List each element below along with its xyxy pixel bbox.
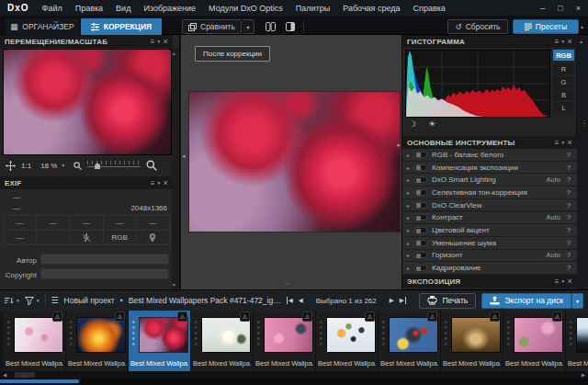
filmstrip-item[interactable]: ★★★★★ ⚠ Best Mixed Wallpa... — [503, 311, 566, 371]
expand-arrow-icon[interactable]: ▸ — [407, 227, 410, 233]
tool-row-white-balance[interactable]: ▸ RGB - баланс белого ? — [402, 149, 577, 162]
tab-correction[interactable]: КОРРЕКЦИЯ — [81, 18, 162, 35]
expand-arrow-icon[interactable]: ▸ — [407, 265, 410, 271]
menu-item-workspace[interactable]: Рабочая среда — [343, 4, 400, 13]
tool-toggle[interactable] — [414, 214, 427, 221]
filmstrip-scroll-thumb[interactable] — [0, 379, 79, 383]
rating-stars[interactable]: ★★★★★ — [256, 319, 262, 346]
expand-arrow-icon[interactable]: ▸ — [407, 214, 410, 221]
panel-close-icon[interactable]: × — [164, 178, 168, 187]
export-dropdown[interactable]: ▾ — [571, 293, 583, 309]
help-button[interactable]: ? — [565, 264, 572, 272]
minimize-button[interactable]: – — [540, 4, 545, 13]
collapse-right-panel-handle[interactable]: ▸ — [397, 142, 401, 149]
tool-row-selective-tone[interactable]: ▸ Селективная тон-коррекция ? — [402, 187, 577, 199]
highlight-clipping-sun-icon[interactable]: ☀ — [428, 119, 435, 129]
right-panel-scrollbar[interactable]: ▴ ⋮ — [577, 35, 588, 289]
scroll-up-icon[interactable]: ▴ — [580, 38, 582, 44]
next-image-button[interactable]: ▶ — [390, 297, 394, 304]
project-list-icon[interactable]: ☰ — [51, 296, 59, 305]
collection-name[interactable]: Best Mixed Wallpapers Pack #471-472_igor… — [129, 296, 281, 305]
rating-stars[interactable]: ★★★★★ — [381, 319, 387, 346]
zoom-in-icon[interactable] — [146, 160, 157, 171]
help-button[interactable]: ? — [565, 176, 572, 184]
copyright-input[interactable] — [40, 268, 169, 279]
filter-button[interactable] — [25, 297, 34, 305]
filmstrip-item[interactable]: ★★★★★ ⚠ Best Mixed Wallpa... — [191, 311, 254, 371]
compare-dropdown[interactable]: ▾ — [243, 19, 254, 34]
tool-toggle[interactable] — [414, 189, 427, 196]
chevron-down-icon[interactable]: ▾ — [37, 298, 40, 303]
expand-arrow-icon[interactable]: ▸ — [407, 189, 410, 196]
split-view-button[interactable] — [283, 20, 298, 33]
tool-toggle[interactable] — [414, 240, 427, 246]
channel-button-b[interactable]: B — [553, 89, 574, 100]
thumbnail-size-handle[interactable]: ⋯ — [15, 372, 35, 378]
chevron-down-icon[interactable]: ▾ — [562, 39, 565, 44]
export-to-disk-button[interactable]: Экспорт на диск — [481, 293, 571, 309]
rating-stars[interactable]: ★★★★★ — [319, 319, 324, 346]
rating-stars[interactable]: ★★★★★ — [444, 319, 449, 346]
scroll-left-icon[interactable]: ◀ — [3, 372, 6, 378]
previous-image-button[interactable]: ◀ — [299, 297, 303, 304]
tool-toggle[interactable] — [414, 164, 427, 171]
menu-item-modules[interactable]: Модули DxO Optics — [209, 4, 283, 13]
expand-arrow-icon[interactable]: ▸ — [407, 240, 410, 246]
help-button[interactable]: ? — [565, 213, 572, 221]
compare-button[interactable]: Сравнить — [182, 19, 242, 34]
author-input[interactable] — [40, 254, 169, 265]
close-button[interactable]: × — [576, 4, 581, 13]
expand-arrow-icon[interactable]: ▸ — [407, 252, 410, 258]
auto-badge[interactable]: Auto — [547, 213, 560, 221]
panel-menu-icon[interactable]: ≡ — [555, 38, 560, 46]
panel-close-icon[interactable]: × — [568, 37, 572, 46]
scroll-right-icon[interactable]: ▶ — [582, 372, 585, 378]
expand-arrow-icon[interactable]: ▸ — [407, 164, 410, 171]
filmstrip-item[interactable]: ★★★★★ Best Mixed Wallpa... — [566, 311, 588, 371]
auto-badge[interactable]: Auto — [547, 251, 560, 259]
expand-arrow-icon[interactable]: ▸ — [407, 152, 410, 158]
tool-toggle[interactable] — [414, 176, 427, 183]
rating-stars[interactable]: ★★★★★ — [131, 319, 137, 346]
panel-menu-icon[interactable]: ≡ — [555, 139, 560, 147]
panel-menu-icon[interactable]: ≡ — [151, 179, 155, 187]
sort-button[interactable] — [5, 297, 14, 305]
scroll-down-icon[interactable]: ▾ — [173, 282, 175, 288]
filmstrip-item[interactable]: ★★★★★ ⚠ Best Mixed Wallpa... — [441, 311, 503, 371]
filmstrip-scroll-track[interactable] — [0, 379, 588, 385]
rating-stars[interactable]: ★★★★★ — [194, 319, 199, 346]
help-button[interactable]: ? — [565, 164, 572, 172]
tool-toggle[interactable] — [414, 227, 427, 233]
collapse-left-panel-handle[interactable]: ◂ — [182, 153, 186, 160]
tool-row-color-accent[interactable]: ▸ Цветовой акцент ? — [402, 224, 577, 237]
channel-button-rgb[interactable]: RGB — [553, 50, 574, 61]
shadow-clipping-moon-icon[interactable]: ☽ — [409, 119, 416, 129]
splitter-grip-icon[interactable]: ⋮ — [581, 119, 588, 128]
maximize-button[interactable]: □ — [558, 4, 562, 13]
help-button[interactable]: ? — [565, 239, 572, 247]
tool-toggle[interactable] — [414, 252, 427, 258]
panel-menu-icon[interactable]: ≡ — [555, 277, 560, 286]
tool-row-contrast[interactable]: ▸ Контраст Auto ? — [402, 212, 577, 225]
menu-item-image[interactable]: Изображение — [143, 4, 196, 13]
help-button[interactable]: ? — [565, 251, 572, 259]
last-image-button[interactable]: ▶ — [400, 297, 406, 304]
menu-item-edit[interactable]: Правка — [75, 4, 103, 13]
rating-stars[interactable]: ★★★★★ — [569, 319, 574, 346]
bottom-splitter-handle[interactable]: ⋯ — [284, 280, 291, 288]
rating-stars[interactable]: ★★★★★ — [6, 319, 12, 346]
filmstrip-item[interactable]: ★★★★★ ⚠ Best Mixed Wallpa... — [379, 311, 441, 371]
filmstrip-item-selected[interactable]: ★★★★★ ⚠ Best Mixed Wallpa... — [129, 311, 191, 371]
tool-row-clearview[interactable]: ▸ DxO ClearView ? — [402, 199, 577, 212]
zoom-slider[interactable] — [87, 161, 141, 170]
pan-zoom-preview-image[interactable] — [3, 49, 172, 155]
filmstrip-item[interactable]: ★★★★★ ⚠ Best Mixed Wallpa... — [254, 311, 316, 371]
project-name[interactable]: Новый проект — [64, 296, 115, 305]
tool-row-crop[interactable]: ▸ Кадрирование ? — [402, 262, 577, 275]
chevron-down-icon[interactable]: ▾ — [158, 39, 161, 44]
auto-badge[interactable]: Auto — [547, 176, 560, 184]
chevron-down-icon[interactable]: ▾ — [17, 298, 19, 303]
zoom-level-select[interactable]: 18 % ▾ — [37, 161, 68, 171]
tool-toggle[interactable] — [414, 152, 427, 158]
menu-item-file[interactable]: Файл — [42, 4, 62, 13]
